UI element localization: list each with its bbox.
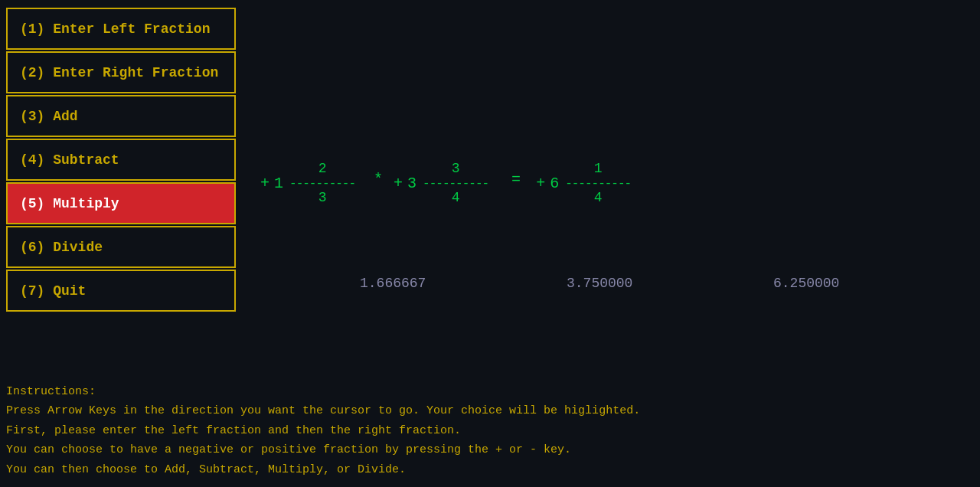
left-fraction-group: + 1 2 ---------- 3 <box>260 161 363 206</box>
instructions-line-2: First, please enter the left fraction an… <box>6 421 974 441</box>
menu-item-5-label: (5) Multiply <box>20 196 119 211</box>
instructions-line-3: You can choose to have a negative or pos… <box>6 440 974 460</box>
result-fraction-group: + 6 1 ---------- 4 <box>536 161 639 206</box>
instructions-section: Instructions: Press Arrow Keys in the di… <box>6 382 974 480</box>
menu-item-1-label: (1) Enter Left Fraction <box>20 21 210 37</box>
left-whole: 1 <box>274 175 283 192</box>
equals-sign: = <box>511 171 521 188</box>
right-whole: 3 <box>407 175 416 192</box>
left-sign: + <box>260 175 270 192</box>
result-fraction-stack: 1 ---------- 4 <box>565 161 631 206</box>
fraction-display: + 1 2 ---------- 3 * + 3 3 ---------- 4 … <box>260 161 965 206</box>
result-numerator: 1 <box>594 161 603 178</box>
result-denominator: 4 <box>594 190 603 207</box>
decimal-right: 3.750000 <box>567 276 632 291</box>
menu-item-6-label: (6) Divide <box>20 240 103 255</box>
menu-item-3-label: (3) Add <box>20 109 78 124</box>
menu-item-5[interactable]: (5) Multiply <box>6 182 236 224</box>
right-line: ---------- <box>423 178 488 190</box>
left-line: ---------- <box>289 178 355 190</box>
menu-item-7[interactable]: (7) Quit <box>6 270 236 312</box>
left-numerator: 2 <box>318 161 327 178</box>
menu-item-7-label: (7) Quit <box>20 283 86 299</box>
result-line: ---------- <box>565 178 631 190</box>
right-fraction-stack: 3 ---------- 4 <box>423 161 488 206</box>
menu-section: (1) Enter Left Fraction (2) Enter Right … <box>6 8 236 313</box>
result-sign: + <box>536 175 545 192</box>
menu-item-2-label: (2) Enter Right Fraction <box>20 65 218 80</box>
right-denominator: 4 <box>452 190 460 207</box>
menu-item-1[interactable]: (1) Enter Left Fraction <box>6 8 236 50</box>
operator: * <box>374 171 383 188</box>
menu-item-6[interactable]: (6) Divide <box>6 226 236 268</box>
menu-item-2[interactable]: (2) Enter Right Fraction <box>6 51 236 93</box>
instructions-line-4: You can then choose to Add, Subtract, Mu… <box>6 460 974 480</box>
right-fraction-group: + 3 3 ---------- 4 <box>394 161 496 206</box>
right-sign: + <box>394 175 403 192</box>
right-numerator: 3 <box>452 161 460 178</box>
menu-item-3[interactable]: (3) Add <box>6 95 236 137</box>
decimal-left: 1.666667 <box>360 276 426 291</box>
result-whole: 6 <box>550 175 559 192</box>
instructions-line-1: Press Arrow Keys in the direction you wa… <box>6 401 974 421</box>
decimal-result: 6.250000 <box>773 276 839 291</box>
instructions-title: Instructions: <box>6 382 974 402</box>
menu-item-4[interactable]: (4) Subtract <box>6 139 236 181</box>
left-denominator: 3 <box>318 190 327 207</box>
menu-item-4-label: (4) Subtract <box>20 152 119 168</box>
left-fraction-stack: 2 ---------- 3 <box>289 161 355 206</box>
